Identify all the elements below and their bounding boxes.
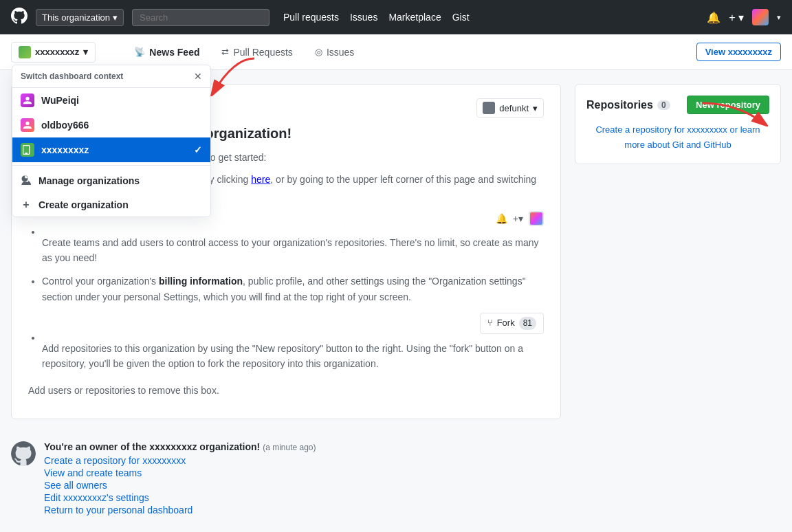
defunkt-chevron-icon: ▾ xyxy=(533,103,538,113)
github-logo-icon xyxy=(11,8,28,27)
dropdown-arrow-icon: ▾ xyxy=(113,12,118,23)
org-context-button[interactable]: This organization ▾ xyxy=(36,9,124,26)
dashboard-context-dropdown: Switch dashboard context ✕ WuPeiqi oldbo… xyxy=(12,65,211,217)
new-repository-button[interactable]: New repository xyxy=(687,96,769,114)
welcome-list-item-2: 🔔 +▾ Create teams and add users to contr… xyxy=(42,211,544,265)
tab-issues[interactable]: ◎ Issues xyxy=(304,36,365,69)
navbar: This organization ▾ Pull requests Issues… xyxy=(0,0,792,34)
issues-icon: ◎ xyxy=(315,47,322,57)
mini-plus-icon[interactable]: +▾ xyxy=(513,211,523,226)
xxxxxxxxz-org-icon xyxy=(21,143,34,157)
org-name-label: xxxxxxxxz xyxy=(35,47,79,57)
view-teams-link[interactable]: View and create teams xyxy=(44,467,561,478)
manage-organizations-item[interactable]: Manage organizations xyxy=(12,168,210,193)
news-feed-icon: 📡 xyxy=(134,47,145,57)
repos-title-text: Repositories xyxy=(586,99,653,111)
org-selector-chevron-icon: ▾ xyxy=(83,47,88,57)
org-selector-button[interactable]: xxxxxxxxz ▾ Switch dashboard context ✕ W… xyxy=(11,42,96,63)
notifications-bell-icon[interactable]: 🔔 xyxy=(707,11,720,24)
search-input[interactable] xyxy=(132,9,270,26)
mini-actions: 🔔 +▾ xyxy=(496,211,544,226)
org-icon xyxy=(19,46,31,58)
tabs-bar: xxxxxxxxz ▾ Switch dashboard context ✕ W… xyxy=(0,34,792,70)
selected-checkmark-icon: ✓ xyxy=(194,144,202,155)
activity-main-text: You're an owner of the xxxxxxxxz organiz… xyxy=(44,441,260,452)
navbar-links: Pull requests Issues Marketplace Gist xyxy=(283,12,470,23)
people-icon xyxy=(21,174,32,188)
dropdown-title: Switch dashboard context xyxy=(21,71,123,81)
repos-empty-message: Create a repository for xxxxxxxxx or lea… xyxy=(586,122,769,153)
invite-link[interactable]: here xyxy=(251,174,270,185)
manage-organizations-label: Manage organizations xyxy=(38,175,140,186)
repositories-box: Repositories 0 New repository Create a r… xyxy=(575,84,781,164)
fork-button[interactable]: ⑂ Fork 81 xyxy=(480,313,544,334)
user-avatar[interactable] xyxy=(752,9,769,25)
repos-count-badge: 0 xyxy=(657,100,670,110)
edit-settings-link[interactable]: Edit xxxxxxxxz's settings xyxy=(44,492,561,503)
oldboy666-label: oldboy666 xyxy=(41,120,89,131)
activity-title: You're an owner of the xxxxxxxxz organiz… xyxy=(44,441,561,452)
defunkt-avatar-icon xyxy=(483,102,495,114)
mini-bell-icon[interactable]: 🔔 xyxy=(496,211,507,226)
create-organization-item[interactable]: + Create organization xyxy=(12,193,210,217)
activity-time: (a minute ago) xyxy=(263,443,316,452)
repos-title: Repositories 0 xyxy=(586,99,670,111)
dropdown-divider-1 xyxy=(12,165,210,166)
dropdown-header: Switch dashboard context ✕ xyxy=(12,65,210,88)
oldboy666-icon xyxy=(21,118,34,132)
wupeiqi-label: WuPeiqi xyxy=(41,95,79,106)
see-owners-link[interactable]: See all owners xyxy=(44,480,561,491)
context-label: This organization xyxy=(42,12,110,23)
personal-dashboard-link[interactable]: Return to your personal dashboard xyxy=(44,505,561,516)
defunkt-button[interactable]: defunkt ▾ xyxy=(476,98,544,118)
pull-request-icon: ⇄ xyxy=(221,47,229,57)
defunkt-label: defunkt xyxy=(499,103,529,113)
tab-issues-label: Issues xyxy=(327,47,354,58)
navbar-gist-link[interactable]: Gist xyxy=(452,12,470,23)
tab-pull-requests[interactable]: ⇄ Pull Requests xyxy=(210,36,303,69)
fork-label: Fork xyxy=(497,316,515,331)
add-users-note: Add users or repositories to remove this… xyxy=(28,383,544,398)
repos-header: Repositories 0 New repository xyxy=(586,96,769,114)
side-panel: Repositories 0 New repository Create a r… xyxy=(575,84,781,524)
fork-count: 81 xyxy=(519,317,536,330)
avatar-dropdown-arrow[interactable]: ▾ xyxy=(777,13,781,22)
create-plus-icon[interactable]: + ▾ xyxy=(729,11,744,24)
navbar-pull-requests-link[interactable]: Pull requests xyxy=(283,12,339,23)
navbar-right: 🔔 + ▾ ▾ xyxy=(707,9,781,25)
tabs-list: 📡 News Feed ⇄ Pull Requests ◎ Issues xyxy=(123,36,365,69)
activity-item: You're an owner of the xxxxxxxxz organiz… xyxy=(11,433,561,524)
tab-news-feed-label: News Feed xyxy=(149,47,199,58)
dropdown-item-oldboy666[interactable]: oldboy666 xyxy=(12,113,210,137)
create-organization-label: Create organization xyxy=(38,199,129,210)
create-repo-sidebar-link[interactable]: Create a repository for xxxxxxxxx xyxy=(595,124,727,135)
dropdown-close-button[interactable]: ✕ xyxy=(194,71,202,82)
tabs-right: View xxxxxxxxz xyxy=(696,34,781,69)
navbar-marketplace-link[interactable]: Marketplace xyxy=(388,12,441,23)
activity-avatar xyxy=(11,441,36,466)
activity-links: Create a repository for xxxxxxxxx View a… xyxy=(44,455,561,516)
welcome-list-item-4: ⑂ Fork 81 Add repositories to this organ… xyxy=(42,313,544,372)
create-org-plus-icon: + xyxy=(21,199,32,211)
activity-content: You're an owner of the xxxxxxxxz organiz… xyxy=(44,441,561,516)
billing-info-bold: billing information xyxy=(159,276,243,287)
wupeiqi-icon xyxy=(21,93,34,107)
repos-or-text: or xyxy=(729,124,740,135)
dropdown-item-wupeiqi[interactable]: WuPeiqi xyxy=(12,88,210,113)
create-repo-link[interactable]: Create a repository for xxxxxxxxx xyxy=(44,455,561,466)
view-org-button[interactable]: View xxxxxxxxz xyxy=(696,43,781,61)
dropdown-item-xxxxxxxxz[interactable]: xxxxxxxxz ✓ xyxy=(12,137,210,162)
tab-news-feed[interactable]: 📡 News Feed xyxy=(123,36,210,69)
welcome-list-item-3: Control your organization's billing info… xyxy=(42,274,544,304)
tab-pull-requests-label: Pull Requests xyxy=(233,47,292,58)
navbar-issues-link[interactable]: Issues xyxy=(350,12,377,23)
xxxxxxxxz-label: xxxxxxxxz xyxy=(41,144,89,155)
mini-avatar-icon[interactable] xyxy=(529,211,544,226)
